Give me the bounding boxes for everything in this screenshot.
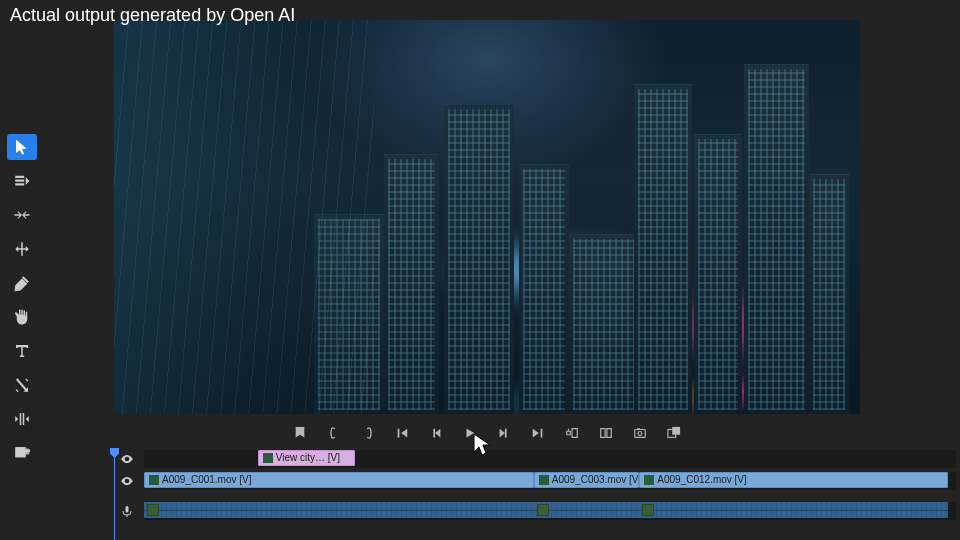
audio-waveform [144,502,534,518]
lift-button[interactable] [564,425,580,441]
extract-button[interactable] [598,425,614,441]
preview-building [694,134,742,414]
clip-thumb-icon [149,475,159,485]
audio-waveform [534,502,640,518]
preview-building [384,154,439,414]
track-v1[interactable]: A009_C001.mov [V] A009_C003.mov [V] A009… [144,472,956,490]
add-marker-button[interactable] [292,425,308,441]
track-v1-visibility-toggle[interactable] [114,472,140,490]
step-forward-button[interactable] [496,425,512,441]
remix-tool[interactable] [7,372,37,398]
export-frame-button[interactable] [632,425,648,441]
clip-video[interactable]: A009_C012.mov [V] [639,472,948,488]
mark-out-button[interactable] [360,425,376,441]
preview-building [444,104,514,414]
track-a1[interactable] [144,502,956,520]
audio-fx-icon [537,504,549,516]
clip-audio[interactable] [639,502,948,518]
preview-building [634,84,692,414]
rate-stretch-tool[interactable] [7,406,37,432]
audio-waveform [639,502,948,518]
selection-tool[interactable] [7,134,37,160]
track-a1-mic-toggle[interactable] [114,502,140,520]
track-select-tool[interactable] [7,168,37,194]
audio-fx-icon [147,504,159,516]
program-monitor[interactable] [114,20,860,414]
svg-rect-4 [672,427,680,435]
clip-video[interactable]: A009_C003.mov [V] [534,472,640,488]
rolling-edit-tool[interactable] [7,236,37,262]
clip-video[interactable]: A009_C001.mov [V] [144,472,534,488]
go-to-out-button[interactable] [530,425,546,441]
svg-rect-0 [635,430,646,438]
svg-rect-2 [637,428,640,430]
add-edit-tool[interactable] [7,440,37,466]
pen-tool[interactable] [7,270,37,296]
audio-fx-icon [642,504,654,516]
button-editor-button[interactable] [666,425,682,441]
preview-building [809,174,849,414]
timeline-panel: View city… [V] A009_C001.mov [V] A009_C0… [114,448,960,540]
clip-label: A009_C001.mov [V] [162,472,252,488]
clip-audio[interactable] [534,502,640,518]
clip-thumb-icon [539,475,549,485]
hand-tool[interactable] [7,304,37,330]
tools-toolbar [3,130,41,470]
go-to-in-button[interactable] [394,425,410,441]
clip-audio[interactable] [144,502,534,518]
overlay-caption: Actual output generated by Open AI [10,5,295,26]
preview-foreground-glass [114,20,374,414]
preview-building [519,164,569,414]
clip-thumb-icon [263,453,273,463]
type-tool[interactable] [7,338,37,364]
track-v2[interactable]: View city… [V] [144,450,956,468]
clip-thumb-icon [644,475,654,485]
preview-building [569,234,639,414]
step-back-button[interactable] [428,425,444,441]
mouse-cursor-icon [472,432,494,461]
clip-label: A009_C003.mov [V] [552,472,640,488]
mark-in-button[interactable] [326,425,342,441]
clip-label: View city… [V] [276,450,340,466]
clip-label: A009_C012.mov [V] [657,472,747,488]
clip-generative[interactable]: View city… [V] [258,450,355,466]
ripple-edit-tool[interactable] [7,202,37,228]
timeline-playhead[interactable] [114,448,115,540]
preview-building [744,64,809,414]
svg-point-1 [638,432,642,436]
